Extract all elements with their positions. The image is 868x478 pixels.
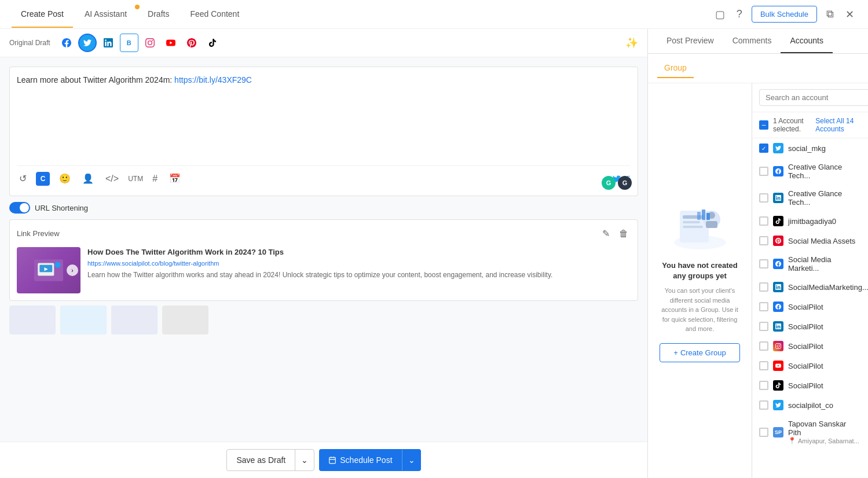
tab-accounts[interactable]: Accounts (781, 29, 833, 53)
select-all-text: 1 Account selected. (773, 117, 813, 133)
save-draft-button[interactable]: Save as Draft (227, 450, 295, 470)
repost-icon[interactable]: ↺ (17, 171, 29, 186)
editor-area: Learn more about Twitter Algorithm 2024m… (0, 57, 647, 442)
list-item[interactable]: SocialPilot (752, 356, 868, 376)
list-item[interactable]: SocialPilot (752, 297, 868, 317)
sub-tab-group[interactable]: Group (657, 58, 694, 78)
select-all-row: – 1 Account selected. Select All 14 Acco… (752, 112, 868, 138)
list-item[interactable]: Creative Glance Tech... (752, 158, 868, 185)
account-name: socialpilot_co (788, 401, 861, 410)
link-preview-section: Link Preview ✎ 🗑 (9, 219, 638, 301)
account-name: Creative Glance Tech... (788, 189, 861, 207)
platform-tab-facebook[interactable] (57, 34, 76, 52)
schedule-btn-group: Schedule Post ⌄ (319, 449, 420, 471)
socialpilot-platform-icon: SP (773, 427, 783, 437)
account-name: SocialPilot (788, 362, 861, 370)
tab-post-preview[interactable]: Post Preview (657, 29, 723, 53)
location-icon: 📍 (788, 437, 796, 444)
list-item[interactable]: SocialPilot (752, 336, 868, 356)
schedule-label: Schedule Post (340, 455, 392, 465)
account-name: SocialPilot (788, 322, 861, 331)
list-item[interactable]: ✓ social_mkg (752, 138, 868, 158)
list-item[interactable]: Creative Glance Tech... (752, 185, 868, 211)
group-empty-desc: You can sort your client's different soc… (660, 286, 740, 334)
list-item[interactable]: jimitbagadiya0 (752, 211, 868, 231)
platform-tabs: Original Draft B ✨ (0, 29, 647, 57)
nav-drafts[interactable]: Drafts (138, 1, 178, 28)
edit-preview-icon[interactable]: ✎ (600, 226, 612, 241)
emoji-icon[interactable]: 🙂 (57, 171, 73, 186)
platform-tab-instagram[interactable] (141, 34, 159, 52)
account-checkbox[interactable] (759, 322, 768, 331)
twitter-platform-icon (773, 143, 783, 153)
account-checkbox[interactable] (759, 259, 768, 269)
grammarly-dark-icon[interactable]: G (618, 176, 632, 190)
nav-create-post[interactable]: Create Post (12, 1, 73, 28)
select-all-link[interactable]: Select All 14 Accounts (815, 117, 861, 133)
account-checkbox[interactable] (759, 400, 768, 410)
account-checkbox[interactable] (759, 361, 768, 370)
editor-tools: ↺ C 🙂 👤 </> UTM # 📅 65 (17, 166, 631, 189)
account-checkbox[interactable] (759, 236, 768, 245)
list-item[interactable]: SocialPilot (752, 376, 868, 395)
platform-tab-twitter[interactable] (78, 34, 97, 52)
platform-tab-linkedin[interactable] (99, 34, 118, 52)
accounts-list: ✓ social_mkg Creative Glance Tech... (752, 138, 868, 478)
svg-rect-4 (329, 457, 336, 464)
platform-tab-buffer[interactable]: B (120, 34, 138, 52)
list-item[interactable]: SocialMediaMarketing... (752, 277, 868, 297)
help-icon[interactable]: ? (734, 6, 745, 23)
account-checkbox[interactable] (759, 167, 768, 176)
save-draft-dropdown-btn[interactable]: ⌄ (295, 450, 314, 470)
account-checkbox[interactable]: ✓ (759, 144, 768, 153)
grammarly-green-icon[interactable]: G (602, 176, 616, 190)
close-icon[interactable]: ✕ (843, 6, 856, 23)
list-item[interactable]: Social Media Assets (752, 231, 868, 251)
schedule-dropdown-btn[interactable]: ⌄ (402, 450, 421, 470)
create-group-button[interactable]: + Create Group (660, 343, 740, 362)
account-checkbox[interactable] (759, 302, 768, 311)
account-checkbox[interactable] (759, 193, 768, 203)
editor-link[interactable]: https://bit.ly/43XF29C (174, 75, 252, 84)
nav-right: ▢ ? Bulk Schedule ⧉ ✕ (713, 6, 856, 23)
external-link-icon[interactable]: ⧉ (824, 6, 836, 23)
editor-content[interactable]: Learn more about Twitter Algorithm 2024m… (17, 74, 631, 161)
code-icon[interactable]: </> (103, 171, 121, 186)
nav-feed-content[interactable]: Feed Content (181, 1, 248, 28)
url-shortening-toggle[interactable] (9, 202, 30, 214)
schedule-button[interactable]: Schedule Post (319, 450, 402, 470)
accounts-search-input[interactable] (759, 89, 868, 106)
content-icon[interactable]: C (36, 172, 50, 186)
tab-comments[interactable]: Comments (723, 29, 781, 53)
editor-box: Learn more about Twitter Algorithm 2024m… (9, 67, 638, 196)
utm-button[interactable]: UTM (128, 175, 143, 183)
magic-btn[interactable]: ✨ (625, 36, 638, 49)
list-item[interactable]: SP Tapovan Sanskar Pith 📍 Amiyapur, Saba… (752, 415, 868, 449)
bottom-card-1 (9, 306, 56, 334)
carousel-next-btn[interactable]: › (67, 264, 78, 276)
create-group-plus: + (673, 348, 678, 357)
account-checkbox[interactable] (759, 381, 768, 390)
url-shortening-row: URL Shortening (9, 196, 638, 219)
svg-rect-16 (697, 212, 701, 220)
video-icon[interactable]: ▢ (713, 6, 727, 23)
footer: Save as Draft ⌄ Schedule Post ⌄ (0, 442, 647, 478)
account-checkbox[interactable] (759, 216, 768, 226)
select-all-checkbox[interactable]: – (759, 120, 768, 130)
list-item[interactable]: Social Media Marketi... (752, 251, 868, 277)
platform-tab-pinterest[interactable] (182, 34, 201, 52)
platform-tab-youtube[interactable] (162, 34, 180, 52)
link-preview-url[interactable]: https://www.socialpilot.co/blog/twitter-… (87, 260, 631, 267)
media-icon[interactable]: 👤 (80, 171, 96, 186)
bulk-schedule-button[interactable]: Bulk Schedule (752, 6, 817, 23)
account-checkbox[interactable] (759, 282, 768, 292)
list-item[interactable]: socialpilot_co (752, 395, 868, 415)
platform-tab-tiktok[interactable] (203, 34, 222, 52)
calendar-icon[interactable]: 📅 (167, 171, 183, 186)
hashtag-icon[interactable]: # (150, 171, 160, 186)
account-checkbox[interactable] (759, 341, 768, 351)
list-item[interactable]: SocialPilot (752, 317, 868, 336)
nav-ai-assistant[interactable]: AI Assistant (75, 1, 136, 28)
delete-preview-icon[interactable]: 🗑 (617, 226, 631, 241)
account-checkbox[interactable] (759, 428, 768, 437)
